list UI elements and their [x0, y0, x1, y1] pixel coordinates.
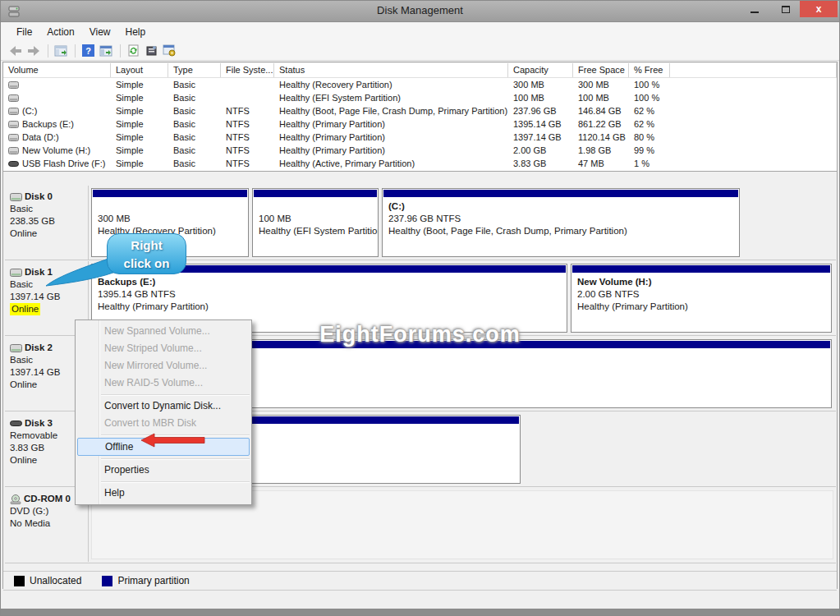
- menu-item-help[interactable]: Help: [76, 485, 251, 502]
- unallocated-swatch: [14, 576, 25, 586]
- refresh-icon[interactable]: [125, 44, 141, 58]
- table-row[interactable]: USB Flash Drive (F:) Simple Basic NTFS H…: [3, 157, 837, 170]
- menu-action[interactable]: Action: [39, 25, 81, 39]
- maximize-icon: [782, 6, 790, 13]
- cd-rom-icon: [10, 494, 21, 504]
- menu-separator: [101, 394, 250, 395]
- drive-icon: [8, 147, 19, 154]
- menu-bar: File Action View Help: [1, 23, 839, 41]
- col-pctfree[interactable]: % Free: [629, 63, 670, 77]
- toolbar-separator: [48, 44, 48, 57]
- table-row[interactable]: Data (D:) Simple Basic NTFS Healthy (Pri…: [3, 131, 837, 144]
- callout-line2: click on: [108, 255, 186, 273]
- menu-help[interactable]: Help: [118, 25, 154, 39]
- menu-view[interactable]: View: [82, 25, 118, 39]
- col-filesystem[interactable]: File Syste...: [221, 63, 274, 77]
- primary-partition-strip: [93, 190, 247, 197]
- col-layout[interactable]: Layout: [111, 63, 168, 77]
- drive-icon: [8, 81, 19, 89]
- table-row[interactable]: New Volume (H:) Simple Basic NTFS Health…: [3, 144, 837, 157]
- status-bar: [1, 591, 839, 610]
- window-title: Disk Management: [1, 4, 839, 16]
- help-icon[interactable]: ?: [80, 44, 96, 58]
- manage-extension-icon[interactable]: [161, 44, 177, 58]
- console-tree-icon[interactable]: [53, 44, 69, 58]
- forward-icon[interactable]: [25, 44, 42, 58]
- primary-partition-strip: [254, 190, 377, 197]
- disk-management-window: Disk Management x File Action View Help …: [0, 0, 840, 616]
- callout-line1: Right: [108, 237, 186, 255]
- properties-icon[interactable]: [143, 44, 159, 58]
- legend-primary-label: Primary partition: [117, 575, 189, 586]
- disk-icon: [10, 193, 22, 201]
- table-row[interactable]: (C:) Simple Basic NTFS Healthy (Boot, Pa…: [3, 104, 837, 117]
- online-highlight: Online: [10, 303, 40, 315]
- svg-text:?: ?: [85, 46, 91, 56]
- toolbar-separator: [120, 44, 121, 57]
- col-capacity[interactable]: Capacity: [508, 63, 573, 77]
- menu-separator: [101, 458, 250, 459]
- menu-item-properties[interactable]: Properties: [76, 462, 251, 479]
- partition-c[interactable]: (C:)237.96 GB NTFSHealthy (Boot, Page Fi…: [382, 188, 740, 257]
- offline-pointer-arrow-icon: [140, 433, 206, 448]
- minimize-icon: [750, 11, 759, 13]
- volume-list-header: Volume Layout Type File Syste... Status …: [3, 63, 837, 78]
- usb-drive-icon: [8, 160, 19, 168]
- col-freespace[interactable]: Free Space: [573, 63, 629, 77]
- table-row[interactable]: Simple Basic Healthy (EFI System Partiti…: [3, 91, 837, 104]
- col-status[interactable]: Status: [274, 63, 508, 77]
- legend-unallocated-label: Unallocated: [30, 575, 81, 586]
- col-volume[interactable]: Volume: [3, 63, 111, 77]
- maximize-button[interactable]: [773, 1, 798, 17]
- menu-item-convert-mbr[interactable]: Convert to MBR Disk: [76, 415, 251, 432]
- show-hide-tree-icon[interactable]: [98, 44, 114, 58]
- menu-item-new-raid5[interactable]: New RAID-5 Volume...: [76, 375, 251, 392]
- menu-file[interactable]: File: [9, 25, 39, 39]
- removable-disk-icon: [10, 420, 22, 427]
- drive-icon: [8, 94, 19, 102]
- back-icon[interactable]: [7, 44, 24, 58]
- primary-partition-swatch: [102, 576, 112, 586]
- col-type[interactable]: Type: [168, 63, 221, 77]
- disk-icon: [10, 269, 22, 277]
- close-button[interactable]: x: [800, 1, 838, 17]
- table-row[interactable]: Simple Basic Healthy (Recovery Partition…: [3, 78, 837, 91]
- minimize-button[interactable]: [742, 1, 767, 17]
- menu-separator: [101, 481, 250, 482]
- volume-list: Volume Layout Type File Syste... Status …: [3, 63, 837, 172]
- drive-icon: [8, 121, 19, 128]
- toolbar: ?: [1, 41, 839, 61]
- drive-icon: [8, 134, 19, 141]
- title-bar: Disk Management x: [1, 1, 839, 22]
- partition-efi[interactable]: 100 MBHealthy (EFI System Partition): [252, 188, 379, 257]
- menu-item-convert-dynamic[interactable]: Convert to Dynamic Disk...: [76, 398, 251, 415]
- right-click-callout: Right click on: [107, 233, 186, 274]
- toolbar-separator: [75, 44, 76, 57]
- table-row[interactable]: Backups (E:) Simple Basic NTFS Healthy (…: [3, 117, 837, 131]
- watermark: EightForums.com: [1, 322, 839, 347]
- drive-icon: [8, 108, 19, 115]
- primary-partition-strip: [572, 265, 830, 273]
- primary-partition-strip: [383, 190, 738, 197]
- legend: Unallocated Primary partition: [3, 571, 837, 591]
- menu-item-new-mirrored[interactable]: New Mirrored Volume...: [76, 357, 251, 375]
- window-bottom-edge: [1, 609, 839, 615]
